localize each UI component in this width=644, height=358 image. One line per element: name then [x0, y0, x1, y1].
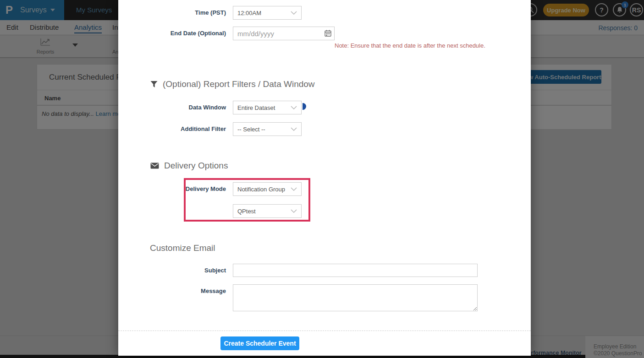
chevron-down-icon	[291, 209, 297, 213]
divider	[118, 331, 531, 331]
end-date-input[interactable]	[233, 27, 335, 40]
chevron-down-icon	[291, 106, 297, 109]
notification-group-select[interactable]: QPtest	[233, 204, 302, 218]
end-date-label: End Date (Optional)	[118, 30, 226, 37]
message-textarea[interactable]	[233, 284, 478, 311]
chevron-down-icon	[291, 127, 297, 131]
additional-filter-label: Additional Filter	[118, 125, 226, 132]
subject-label: Subject	[118, 267, 226, 274]
app-screen: P Surveys My Surveys Upgrade Now ? 1 RS …	[0, 0, 644, 358]
end-date-field-wrap	[233, 27, 335, 40]
info-icon[interactable]	[303, 103, 306, 110]
subject-input[interactable]	[233, 264, 478, 277]
delivery-heading-label: Delivery Options	[164, 161, 228, 171]
filter-icon	[150, 81, 158, 88]
filters-heading-label: (Optional) Report Filters / Data Window	[163, 79, 315, 89]
time-select[interactable]: 12:00AM	[233, 6, 302, 20]
chevron-down-icon	[291, 11, 297, 15]
data-window-select[interactable]: Entire Dataset	[233, 101, 302, 114]
notification-group-value: QPtest	[237, 208, 256, 215]
delivery-section-heading: Delivery Options	[150, 161, 228, 171]
end-date-note: Note: Ensure that the end date is after …	[335, 42, 485, 49]
delivery-mode-value: Notification Group	[237, 186, 285, 193]
data-window-label: Data Window	[118, 104, 226, 111]
additional-filter-value: -- Select --	[237, 126, 265, 133]
data-window-value: Entire Dataset	[237, 104, 275, 111]
filters-section-heading: (Optional) Report Filters / Data Window	[150, 79, 315, 89]
customize-email-heading: Customize Email	[150, 243, 215, 253]
scheduler-modal: Time (PST) 12:00AM End Date (Optional) N…	[118, 0, 531, 356]
chevron-down-icon	[291, 187, 297, 191]
delivery-mode-select[interactable]: Notification Group	[233, 182, 302, 196]
message-label: Message	[118, 287, 226, 294]
time-select-value: 12:00AM	[237, 10, 261, 16]
additional-filter-select[interactable]: -- Select --	[233, 122, 302, 136]
delivery-mode-label: Delivery Mode	[118, 185, 226, 192]
create-scheduler-event-button[interactable]: Create Scheduler Event	[220, 336, 299, 350]
envelope-icon	[150, 163, 159, 169]
time-label: Time (PST)	[118, 9, 226, 16]
calendar-icon[interactable]	[325, 30, 331, 38]
